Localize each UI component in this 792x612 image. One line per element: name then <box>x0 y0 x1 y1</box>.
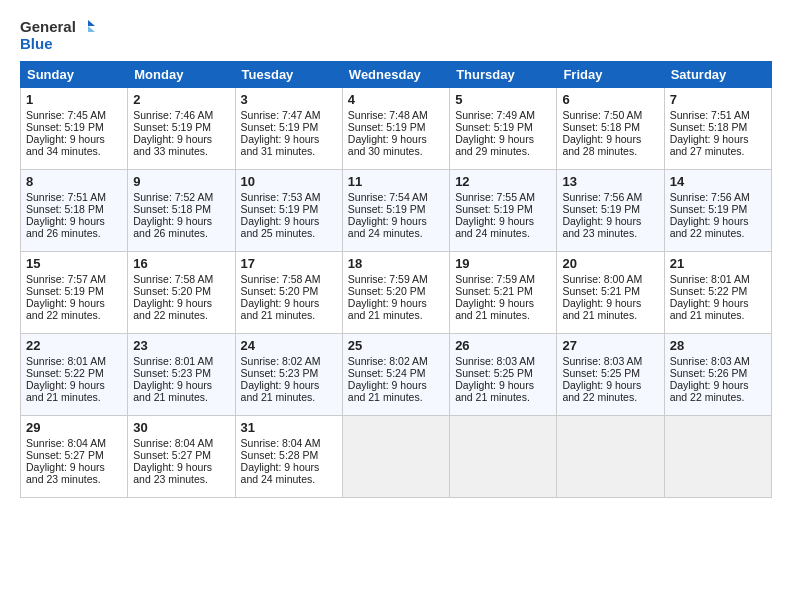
col-wednesday: Wednesday <box>342 61 449 87</box>
calendar-cell: 10 Sunrise: 7:53 AM Sunset: 5:19 PM Dayl… <box>235 169 342 251</box>
sunset-label: Sunset: 5:19 PM <box>670 203 748 215</box>
daylight-label: Daylight: 9 hours and 22 minutes. <box>133 297 212 321</box>
sunset-label: Sunset: 5:19 PM <box>562 203 640 215</box>
logo-text-general: General <box>20 19 76 36</box>
calendar-cell: 29 Sunrise: 8:04 AM Sunset: 5:27 PM Dayl… <box>21 415 128 497</box>
day-number: 14 <box>670 174 766 189</box>
day-number: 31 <box>241 420 337 435</box>
calendar-week-row: 22 Sunrise: 8:01 AM Sunset: 5:22 PM Dayl… <box>21 333 772 415</box>
sunrise-label: Sunrise: 7:47 AM <box>241 109 321 121</box>
day-number: 12 <box>455 174 551 189</box>
sunrise-label: Sunrise: 8:01 AM <box>133 355 213 367</box>
sunrise-label: Sunrise: 7:51 AM <box>670 109 750 121</box>
daylight-label: Daylight: 9 hours and 21 minutes. <box>241 379 320 403</box>
calendar-cell: 2 Sunrise: 7:46 AM Sunset: 5:19 PM Dayli… <box>128 87 235 169</box>
calendar-cell: 3 Sunrise: 7:47 AM Sunset: 5:19 PM Dayli… <box>235 87 342 169</box>
sunrise-label: Sunrise: 7:57 AM <box>26 273 106 285</box>
daylight-label: Daylight: 9 hours and 23 minutes. <box>562 215 641 239</box>
daylight-label: Daylight: 9 hours and 22 minutes. <box>670 215 749 239</box>
col-sunday: Sunday <box>21 61 128 87</box>
day-number: 3 <box>241 92 337 107</box>
sunset-label: Sunset: 5:20 PM <box>133 285 211 297</box>
sunrise-label: Sunrise: 7:58 AM <box>241 273 321 285</box>
day-number: 26 <box>455 338 551 353</box>
day-number: 30 <box>133 420 229 435</box>
daylight-label: Daylight: 9 hours and 22 minutes. <box>670 379 749 403</box>
calendar-cell: 17 Sunrise: 7:58 AM Sunset: 5:20 PM Dayl… <box>235 251 342 333</box>
day-number: 23 <box>133 338 229 353</box>
sunset-label: Sunset: 5:24 PM <box>348 367 426 379</box>
calendar-cell: 8 Sunrise: 7:51 AM Sunset: 5:18 PM Dayli… <box>21 169 128 251</box>
sunset-label: Sunset: 5:27 PM <box>133 449 211 461</box>
sunrise-label: Sunrise: 8:04 AM <box>133 437 213 449</box>
sunrise-label: Sunrise: 7:56 AM <box>562 191 642 203</box>
sunrise-label: Sunrise: 8:01 AM <box>670 273 750 285</box>
daylight-label: Daylight: 9 hours and 21 minutes. <box>241 297 320 321</box>
sunset-label: Sunset: 5:19 PM <box>348 121 426 133</box>
sunset-label: Sunset: 5:28 PM <box>241 449 319 461</box>
daylight-label: Daylight: 9 hours and 28 minutes. <box>562 133 641 157</box>
daylight-label: Daylight: 9 hours and 25 minutes. <box>241 215 320 239</box>
calendar-cell: 5 Sunrise: 7:49 AM Sunset: 5:19 PM Dayli… <box>450 87 557 169</box>
svg-marker-0 <box>88 20 95 26</box>
calendar-cell: 16 Sunrise: 7:58 AM Sunset: 5:20 PM Dayl… <box>128 251 235 333</box>
calendar-week-row: 15 Sunrise: 7:57 AM Sunset: 5:19 PM Dayl… <box>21 251 772 333</box>
col-friday: Friday <box>557 61 664 87</box>
sunset-label: Sunset: 5:22 PM <box>26 367 104 379</box>
header: General Blue <box>20 18 772 53</box>
calendar-cell <box>557 415 664 497</box>
day-number: 7 <box>670 92 766 107</box>
calendar-cell: 19 Sunrise: 7:59 AM Sunset: 5:21 PM Dayl… <box>450 251 557 333</box>
daylight-label: Daylight: 9 hours and 22 minutes. <box>26 297 105 321</box>
sunset-label: Sunset: 5:18 PM <box>26 203 104 215</box>
day-number: 15 <box>26 256 122 271</box>
day-number: 27 <box>562 338 658 353</box>
sunrise-label: Sunrise: 7:48 AM <box>348 109 428 121</box>
sunset-label: Sunset: 5:23 PM <box>241 367 319 379</box>
calendar-cell: 6 Sunrise: 7:50 AM Sunset: 5:18 PM Dayli… <box>557 87 664 169</box>
calendar-cell: 25 Sunrise: 8:02 AM Sunset: 5:24 PM Dayl… <box>342 333 449 415</box>
calendar-cell: 15 Sunrise: 7:57 AM Sunset: 5:19 PM Dayl… <box>21 251 128 333</box>
day-number: 20 <box>562 256 658 271</box>
sunset-label: Sunset: 5:20 PM <box>348 285 426 297</box>
col-thursday: Thursday <box>450 61 557 87</box>
calendar-cell: 14 Sunrise: 7:56 AM Sunset: 5:19 PM Dayl… <box>664 169 771 251</box>
calendar-cell: 22 Sunrise: 8:01 AM Sunset: 5:22 PM Dayl… <box>21 333 128 415</box>
sunrise-label: Sunrise: 7:51 AM <box>26 191 106 203</box>
calendar-cell: 20 Sunrise: 8:00 AM Sunset: 5:21 PM Dayl… <box>557 251 664 333</box>
calendar-week-row: 29 Sunrise: 8:04 AM Sunset: 5:27 PM Dayl… <box>21 415 772 497</box>
daylight-label: Daylight: 9 hours and 21 minutes. <box>562 297 641 321</box>
daylight-label: Daylight: 9 hours and 29 minutes. <box>455 133 534 157</box>
sunrise-label: Sunrise: 7:50 AM <box>562 109 642 121</box>
day-number: 9 <box>133 174 229 189</box>
daylight-label: Daylight: 9 hours and 27 minutes. <box>670 133 749 157</box>
daylight-label: Daylight: 9 hours and 22 minutes. <box>562 379 641 403</box>
sunrise-label: Sunrise: 7:59 AM <box>348 273 428 285</box>
sunset-label: Sunset: 5:25 PM <box>562 367 640 379</box>
calendar-cell: 18 Sunrise: 7:59 AM Sunset: 5:20 PM Dayl… <box>342 251 449 333</box>
calendar-cell: 13 Sunrise: 7:56 AM Sunset: 5:19 PM Dayl… <box>557 169 664 251</box>
day-number: 2 <box>133 92 229 107</box>
sunset-label: Sunset: 5:19 PM <box>241 203 319 215</box>
daylight-label: Daylight: 9 hours and 21 minutes. <box>348 297 427 321</box>
sunrise-label: Sunrise: 7:52 AM <box>133 191 213 203</box>
sunrise-label: Sunrise: 8:02 AM <box>241 355 321 367</box>
sunrise-label: Sunrise: 8:04 AM <box>26 437 106 449</box>
day-number: 19 <box>455 256 551 271</box>
calendar-week-row: 1 Sunrise: 7:45 AM Sunset: 5:19 PM Dayli… <box>21 87 772 169</box>
logo-text-blue: Blue <box>20 36 96 53</box>
calendar-cell: 4 Sunrise: 7:48 AM Sunset: 5:19 PM Dayli… <box>342 87 449 169</box>
sunrise-label: Sunrise: 8:03 AM <box>562 355 642 367</box>
daylight-label: Daylight: 9 hours and 24 minutes. <box>241 461 320 485</box>
page: General Blue Sunday Monday Tuesday Wedne… <box>0 0 792 508</box>
calendar-cell: 11 Sunrise: 7:54 AM Sunset: 5:19 PM Dayl… <box>342 169 449 251</box>
calendar-cell: 30 Sunrise: 8:04 AM Sunset: 5:27 PM Dayl… <box>128 415 235 497</box>
day-number: 1 <box>26 92 122 107</box>
logo: General Blue <box>20 18 96 53</box>
sunset-label: Sunset: 5:18 PM <box>562 121 640 133</box>
sunrise-label: Sunrise: 8:04 AM <box>241 437 321 449</box>
col-saturday: Saturday <box>664 61 771 87</box>
daylight-label: Daylight: 9 hours and 26 minutes. <box>26 215 105 239</box>
col-tuesday: Tuesday <box>235 61 342 87</box>
daylight-label: Daylight: 9 hours and 34 minutes. <box>26 133 105 157</box>
